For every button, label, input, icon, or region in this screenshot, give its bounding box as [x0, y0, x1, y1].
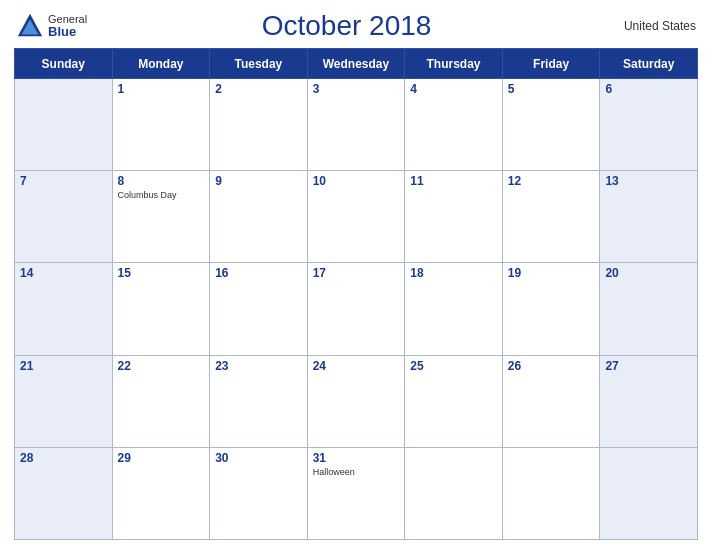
day-cell: 29	[112, 447, 210, 539]
day-number: 6	[605, 82, 692, 96]
day-cell: 19	[502, 263, 600, 355]
day-cell: 14	[15, 263, 113, 355]
day-cell	[405, 447, 503, 539]
calendar-page: General Blue October 2018 United States …	[0, 0, 712, 550]
day-cell	[15, 79, 113, 171]
col-tuesday: Tuesday	[210, 49, 308, 79]
day-number: 30	[215, 451, 302, 465]
day-number: 29	[118, 451, 205, 465]
day-number: 1	[118, 82, 205, 96]
day-number: 18	[410, 266, 497, 280]
holiday-label: Halloween	[313, 467, 400, 477]
day-cell: 28	[15, 447, 113, 539]
day-cell: 9	[210, 171, 308, 263]
day-number: 2	[215, 82, 302, 96]
day-cell: 13	[600, 171, 698, 263]
col-thursday: Thursday	[405, 49, 503, 79]
day-number: 17	[313, 266, 400, 280]
day-cell: 3	[307, 79, 405, 171]
week-row-5: 28293031Halloween	[15, 447, 698, 539]
day-cell: 10	[307, 171, 405, 263]
day-number: 10	[313, 174, 400, 188]
day-cell: 18	[405, 263, 503, 355]
day-number: 19	[508, 266, 595, 280]
day-number: 7	[20, 174, 107, 188]
day-cell: 8Columbus Day	[112, 171, 210, 263]
day-number: 8	[118, 174, 205, 188]
day-number: 9	[215, 174, 302, 188]
day-cell	[502, 447, 600, 539]
logo-text: General Blue	[48, 13, 87, 39]
day-number: 13	[605, 174, 692, 188]
day-cell: 11	[405, 171, 503, 263]
day-cell: 15	[112, 263, 210, 355]
day-cell: 24	[307, 355, 405, 447]
day-cell: 2	[210, 79, 308, 171]
page-header: General Blue October 2018 United States	[14, 10, 698, 42]
week-row-1: 123456	[15, 79, 698, 171]
day-number: 4	[410, 82, 497, 96]
logo: General Blue	[16, 12, 87, 40]
day-cell: 4	[405, 79, 503, 171]
day-number: 15	[118, 266, 205, 280]
day-number: 31	[313, 451, 400, 465]
day-number: 11	[410, 174, 497, 188]
day-cell: 22	[112, 355, 210, 447]
day-number: 3	[313, 82, 400, 96]
day-cell: 16	[210, 263, 308, 355]
day-number: 25	[410, 359, 497, 373]
day-number: 21	[20, 359, 107, 373]
day-cell: 17	[307, 263, 405, 355]
month-title: October 2018	[87, 10, 606, 42]
col-sunday: Sunday	[15, 49, 113, 79]
week-row-2: 78Columbus Day910111213	[15, 171, 698, 263]
country-label: United States	[606, 19, 696, 33]
day-cell: 1	[112, 79, 210, 171]
week-row-3: 14151617181920	[15, 263, 698, 355]
day-number: 20	[605, 266, 692, 280]
day-cell: 31Halloween	[307, 447, 405, 539]
day-cell: 23	[210, 355, 308, 447]
days-header-row: Sunday Monday Tuesday Wednesday Thursday…	[15, 49, 698, 79]
col-saturday: Saturday	[600, 49, 698, 79]
day-cell: 12	[502, 171, 600, 263]
day-number: 22	[118, 359, 205, 373]
day-number: 26	[508, 359, 595, 373]
col-monday: Monday	[112, 49, 210, 79]
day-cell: 30	[210, 447, 308, 539]
day-cell: 6	[600, 79, 698, 171]
day-cell: 21	[15, 355, 113, 447]
week-row-4: 21222324252627	[15, 355, 698, 447]
logo-icon	[16, 12, 44, 40]
day-number: 12	[508, 174, 595, 188]
day-cell: 26	[502, 355, 600, 447]
day-number: 5	[508, 82, 595, 96]
day-cell: 27	[600, 355, 698, 447]
day-number: 27	[605, 359, 692, 373]
day-cell: 7	[15, 171, 113, 263]
logo-blue-label: Blue	[48, 25, 87, 39]
day-number: 23	[215, 359, 302, 373]
day-number: 28	[20, 451, 107, 465]
day-number: 24	[313, 359, 400, 373]
calendar-table: Sunday Monday Tuesday Wednesday Thursday…	[14, 48, 698, 540]
col-friday: Friday	[502, 49, 600, 79]
col-wednesday: Wednesday	[307, 49, 405, 79]
day-cell: 5	[502, 79, 600, 171]
day-cell: 20	[600, 263, 698, 355]
holiday-label: Columbus Day	[118, 190, 205, 200]
day-number: 14	[20, 266, 107, 280]
day-number: 16	[215, 266, 302, 280]
day-cell: 25	[405, 355, 503, 447]
day-cell	[600, 447, 698, 539]
